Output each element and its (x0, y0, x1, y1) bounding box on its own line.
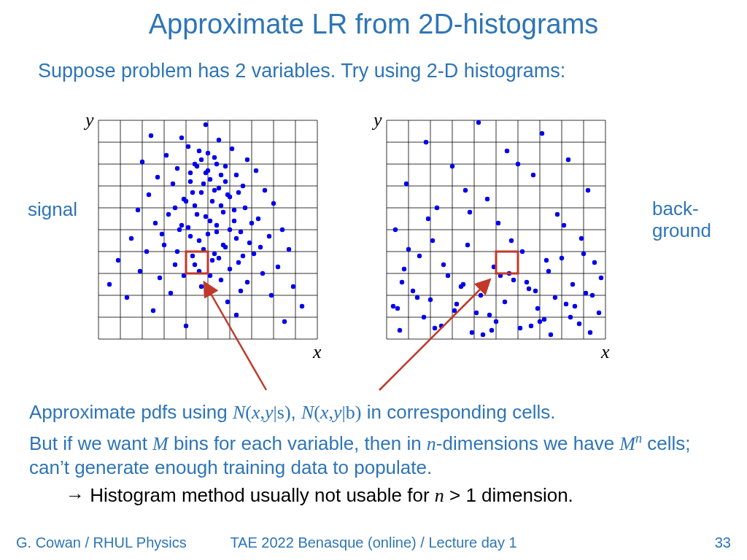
svg-point-91 (125, 295, 129, 300)
svg-point-34 (223, 164, 228, 168)
svg-point-65 (239, 230, 243, 234)
svg-point-96 (282, 319, 287, 324)
svg-point-177 (579, 236, 584, 241)
svg-point-197 (391, 304, 395, 308)
svg-point-215 (441, 262, 446, 267)
svg-point-119 (210, 258, 214, 262)
svg-point-226 (581, 252, 586, 256)
svg-point-35 (175, 166, 179, 171)
svg-point-117 (175, 249, 179, 254)
svg-point-73 (287, 247, 291, 252)
svg-point-79 (236, 260, 241, 265)
svg-point-94 (151, 308, 155, 313)
svg-point-175 (496, 221, 500, 225)
svg-point-196 (564, 302, 568, 306)
svg-point-76 (190, 254, 195, 258)
svg-point-240 (395, 306, 400, 311)
svg-point-172 (485, 197, 489, 201)
svg-point-67 (267, 234, 271, 238)
svg-point-210 (470, 330, 474, 335)
svg-point-198 (535, 306, 540, 311)
svg-point-85 (158, 276, 162, 280)
svg-point-183 (546, 269, 551, 273)
svg-point-78 (116, 258, 120, 262)
svg-point-63 (280, 228, 285, 232)
svg-point-59 (232, 219, 236, 223)
svg-point-214 (560, 256, 564, 260)
svg-point-136 (212, 252, 217, 256)
svg-point-227 (402, 267, 406, 271)
svg-point-203 (542, 317, 546, 322)
svg-point-189 (527, 287, 531, 291)
svg-point-51 (271, 201, 276, 206)
svg-point-193 (553, 295, 557, 300)
svg-point-126 (206, 151, 210, 155)
svg-point-110 (179, 223, 184, 228)
svg-point-66 (206, 232, 210, 236)
svg-point-61 (214, 223, 219, 228)
svg-point-217 (599, 276, 603, 280)
svg-point-64 (177, 228, 182, 232)
svg-point-181 (592, 260, 597, 265)
svg-point-176 (393, 228, 398, 232)
svg-point-186 (400, 280, 404, 284)
svg-point-41 (188, 179, 193, 184)
svg-point-212 (481, 332, 485, 337)
svg-text:y: y (83, 109, 94, 131)
svg-point-163 (476, 120, 481, 125)
svg-point-187 (570, 282, 575, 287)
svg-point-194 (428, 298, 433, 302)
svg-point-164 (540, 131, 544, 136)
svg-point-80 (173, 262, 177, 267)
svg-point-71 (162, 243, 166, 247)
svg-point-178 (465, 243, 470, 247)
svg-point-53 (243, 206, 247, 210)
svg-point-241 (529, 324, 533, 328)
svg-point-192 (479, 293, 483, 298)
svg-point-52 (193, 203, 197, 208)
svg-point-40 (208, 177, 212, 182)
svg-point-43 (241, 184, 245, 188)
svg-point-36 (254, 168, 258, 173)
svg-point-46 (199, 190, 204, 195)
svg-point-42 (171, 182, 175, 186)
svg-point-115 (221, 243, 225, 247)
svg-point-25 (217, 138, 221, 142)
svg-point-124 (199, 284, 204, 289)
svg-point-22 (204, 122, 208, 127)
svg-point-111 (228, 228, 232, 232)
svg-point-83 (260, 271, 265, 276)
svg-point-112 (214, 230, 219, 234)
svg-point-93 (300, 304, 304, 308)
svg-point-236 (430, 238, 435, 243)
svg-point-118 (241, 254, 245, 258)
svg-point-87 (107, 282, 112, 287)
footer-page-number: 33 (715, 534, 731, 551)
svg-point-235 (562, 223, 566, 228)
svg-point-191 (584, 291, 588, 295)
svg-point-45 (263, 188, 267, 192)
svg-point-62 (186, 225, 190, 230)
svg-point-26 (186, 144, 190, 149)
footer-event: TAE 2022 Benasque (online) / Lecture day… (0, 534, 747, 551)
svg-point-234 (463, 188, 468, 192)
svg-point-166 (505, 149, 509, 153)
svg-point-221 (573, 304, 577, 308)
svg-point-231 (489, 328, 494, 332)
svg-point-133 (249, 221, 254, 225)
svg-point-134 (160, 232, 164, 236)
svg-point-88 (291, 284, 295, 289)
svg-point-239 (590, 293, 595, 298)
svg-point-171 (586, 188, 590, 192)
svg-text:x: x (312, 341, 322, 362)
svg-point-90 (269, 293, 274, 298)
svg-point-242 (468, 210, 472, 214)
svg-point-180 (417, 254, 422, 258)
svg-point-129 (188, 171, 193, 175)
svg-point-82 (138, 269, 142, 273)
arrow-to-background-cell (379, 281, 489, 390)
svg-text:x: x (600, 341, 610, 362)
text-but-m-bins: But if we want M bins for each variable,… (29, 430, 715, 481)
svg-point-220 (415, 295, 419, 300)
svg-point-225 (509, 238, 514, 243)
